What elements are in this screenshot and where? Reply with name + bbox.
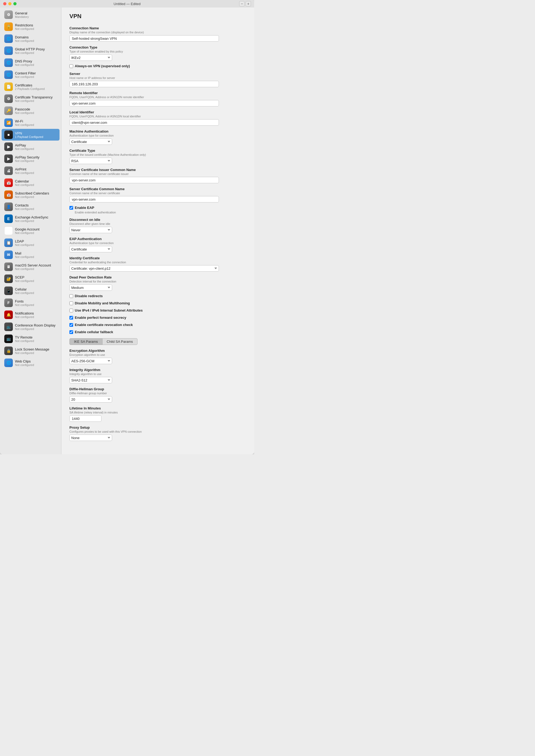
vpn-settings-section: Connection Name Display name of the conn… xyxy=(61,26,254,454)
sidebar-item-airplay-security[interactable]: ▶AirPlay SecurityNot configured xyxy=(2,153,60,165)
sidebar-item-general[interactable]: ⚙GeneralMandatory xyxy=(2,9,60,20)
sidebar-item-name-general: General xyxy=(15,11,29,15)
sidebar: ⚙GeneralMandatory🔒RestrictionsNot config… xyxy=(0,8,61,454)
main-window: Untitled — Edited − + ⚙GeneralMandatory🔒… xyxy=(0,0,254,454)
remote-identifier-label: Remote Identifier xyxy=(70,91,246,95)
sidebar-icon-conference-room-display: 📺 xyxy=(4,322,13,331)
sidebar-item-ldap[interactable]: 📋LDAPNot configured xyxy=(2,237,60,249)
server-input[interactable] xyxy=(70,81,219,87)
sidebar-item-status-tv-remote: Not configured xyxy=(15,339,34,342)
sidebar-item-passcode[interactable]: 🔑PasscodeNot configured xyxy=(2,105,60,117)
connection-name-desc: Display name of the connection (displaye… xyxy=(70,31,246,34)
dh-group-select[interactable]: 20 xyxy=(70,396,112,403)
server-cert-issuer-input[interactable] xyxy=(70,177,219,183)
sidebar-item-domains[interactable]: 🌐DomainsNot configured xyxy=(2,33,60,44)
sidebar-item-global-http-proxy[interactable]: 🌐Global HTTP ProxyNot configured xyxy=(2,45,60,57)
sidebar-item-web-clips[interactable]: 🌐Web ClipsNot configured xyxy=(2,357,60,369)
always-on-vpn-label: Always-on VPN (supervised only) xyxy=(75,64,130,68)
sidebar-item-status-airplay-security: Not configured xyxy=(15,159,40,162)
sidebar-item-status-restrictions: Not configured xyxy=(15,27,34,30)
server-cert-common-desc: Common name of the server certificate xyxy=(70,192,246,195)
integrity-algo-select[interactable]: SHA2-512 xyxy=(70,377,112,383)
eap-auth-select[interactable]: Certificate xyxy=(70,246,112,252)
sidebar-item-macos-server-account[interactable]: 🖥macOS Server AccountNot configured xyxy=(2,261,60,273)
dh-group-desc: Diffie-Hellman group number xyxy=(70,392,246,395)
use-ipv4-checkbox[interactable] xyxy=(70,309,73,312)
sidebar-item-airplay[interactable]: ▶AirPlayNot configured xyxy=(2,141,60,152)
sidebar-item-cert-transparency[interactable]: ⚙Certificate TransparencyNot configured xyxy=(2,93,60,105)
collapse-button[interactable]: − xyxy=(239,1,244,6)
sidebar-item-fonts[interactable]: FFontsNot configured xyxy=(2,297,60,309)
sidebar-item-cellular[interactable]: 📱CellularNot configured xyxy=(2,285,60,297)
sidebar-item-conference-room-display[interactable]: 📺Conference Room DisplayNot configured xyxy=(2,321,60,333)
sidebar-item-name-lock-screen-message: Lock Screen Message xyxy=(15,347,49,351)
server-cert-common-input[interactable] xyxy=(70,196,219,202)
maximize-button[interactable] xyxy=(14,2,16,5)
window-title: Untitled — Edited xyxy=(113,2,140,6)
sidebar-item-status-lock-screen-message: Not configured xyxy=(15,351,49,355)
connection-type-select[interactable]: IKEv2 xyxy=(70,54,112,61)
sidebar-item-status-passcode: Not configured xyxy=(15,111,34,115)
sidebar-item-subscribed-calendars[interactable]: 📅Subscribed CalendarsNot configured xyxy=(2,189,60,201)
sidebar-item-name-wifi: Wi-Fi xyxy=(15,119,34,123)
dead-peer-label: Dead Peer Detection Rate xyxy=(70,275,246,279)
sidebar-item-status-vpn: 1 Payload Configured xyxy=(15,135,43,138)
disconnect-idle-select[interactable]: Never xyxy=(70,227,112,233)
disable-mobility-checkbox[interactable] xyxy=(70,301,73,305)
disable-redirects-row: Disable redirects xyxy=(70,294,246,298)
sidebar-item-name-restrictions: Restrictions xyxy=(15,23,34,27)
sidebar-icon-cert-transparency: ⚙ xyxy=(4,94,13,103)
sidebar-item-tv-remote[interactable]: 📺TV RemoteNot configured xyxy=(2,333,60,345)
sidebar-item-scep[interactable]: 🔐SCEPNot configured xyxy=(2,273,60,284)
integrity-algo-desc: Integrity algorithm to use xyxy=(70,372,246,376)
remote-identifier-input[interactable] xyxy=(70,100,219,106)
enable-pfs-checkbox[interactable] xyxy=(70,316,73,320)
titlebar: Untitled — Edited − + xyxy=(0,0,254,8)
sidebar-item-contacts[interactable]: 👤ContactsNot configured xyxy=(2,201,60,213)
server-desc: Host name or IP address for server xyxy=(70,76,246,79)
sidebar-item-content-filter[interactable]: 🌐Content FilterNot configured xyxy=(2,69,60,81)
sidebar-item-lock-screen-message[interactable]: 🔒Lock Screen MessageNot configured xyxy=(2,345,60,357)
expand-button[interactable]: + xyxy=(246,1,251,6)
sidebar-item-dns-proxy[interactable]: 🌐DNS ProxyNot configured xyxy=(2,57,60,68)
encryption-algo-select[interactable]: AES-256-GCM xyxy=(70,358,112,364)
sidebar-icon-airplay: ▶ xyxy=(4,143,13,151)
machine-auth-select[interactable]: Certificate xyxy=(70,138,112,145)
sidebar-item-exchange-activesync[interactable]: EExchange ActiveSyncNot configured xyxy=(2,213,60,225)
sidebar-icon-mail: ✉ xyxy=(4,251,13,259)
sidebar-item-mail[interactable]: ✉MailNot configured xyxy=(2,249,60,261)
sidebar-item-restrictions[interactable]: 🔒RestrictionsNot configured xyxy=(2,21,60,33)
identity-cert-select[interactable]: Certificate: vpn-client.p12 xyxy=(70,265,219,272)
server-cert-issuer-desc: Common name of the server certificate is… xyxy=(70,172,246,176)
sidebar-item-name-airplay: AirPlay xyxy=(15,143,34,147)
sidebar-item-airprint[interactable]: 🖨AirPrintNot configured xyxy=(2,165,60,176)
sidebar-item-status-scep: Not configured xyxy=(15,279,34,283)
sidebar-item-calendar[interactable]: 📅CalendarNot configured xyxy=(2,177,60,189)
server-cert-common-label: Server Certificate Common Name xyxy=(70,187,246,191)
sidebar-item-name-subscribed-calendars: Subscribed Calendars xyxy=(15,191,49,195)
sidebar-item-certificates[interactable]: 📄Certificates2 Payloads Configured xyxy=(2,81,60,93)
connection-name-input[interactable] xyxy=(70,35,219,41)
cert-type-select[interactable]: RSA xyxy=(70,158,112,164)
close-button[interactable] xyxy=(3,2,6,5)
lifetime-input[interactable] xyxy=(70,415,101,422)
enable-cert-revocation-checkbox[interactable] xyxy=(70,323,73,327)
sidebar-icon-airprint: 🖨 xyxy=(4,167,13,175)
sidebar-item-wifi[interactable]: 📶Wi-FiNot configured xyxy=(2,117,60,128)
sidebar-item-status-contacts: Not configured xyxy=(15,207,34,210)
sidebar-item-name-ldap: LDAP xyxy=(15,239,34,243)
window-controls xyxy=(3,2,16,5)
disable-redirects-checkbox[interactable] xyxy=(70,294,73,298)
sidebar-item-google-account[interactable]: GGoogle AccountNot configured xyxy=(2,225,60,237)
tab-ike-sa[interactable]: IKE SA Params xyxy=(70,338,102,345)
local-identifier-input[interactable] xyxy=(70,119,219,126)
minimize-button[interactable] xyxy=(8,2,12,5)
enable-cellular-fallback-checkbox[interactable] xyxy=(70,330,73,334)
enable-eap-checkbox[interactable] xyxy=(70,206,73,210)
dead-peer-select[interactable]: Medium xyxy=(70,284,112,291)
always-on-vpn-checkbox[interactable] xyxy=(70,64,73,68)
tab-child-sa[interactable]: Child SA Params xyxy=(102,338,137,345)
sidebar-item-vpn[interactable]: ■VPN1 Payload Configured xyxy=(2,129,60,141)
sidebar-item-notifications[interactable]: 🔔NotificationsNot configured xyxy=(2,309,60,321)
proxy-setup-select[interactable]: None xyxy=(70,435,112,441)
